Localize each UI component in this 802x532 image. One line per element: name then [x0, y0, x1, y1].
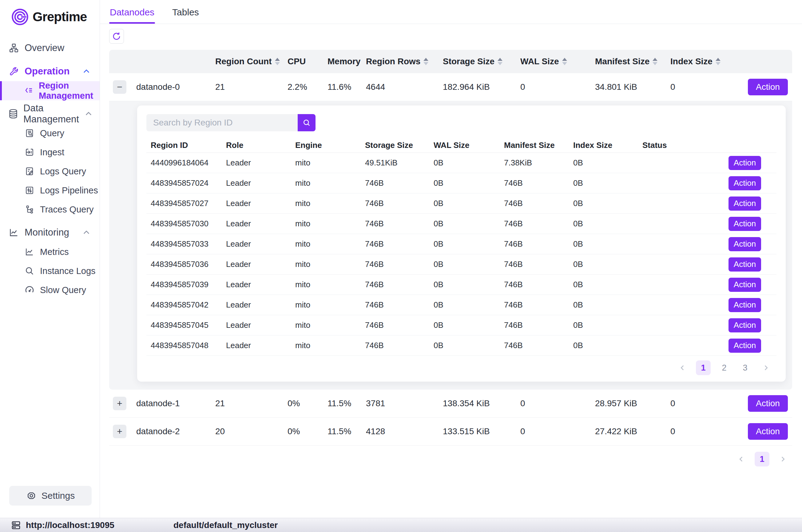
index-size-cell: 0B	[569, 199, 638, 208]
region-action-button[interactable]: Action	[728, 217, 761, 231]
sidebar-group-data-management[interactable]: Data Management	[0, 104, 100, 124]
col-region-count[interactable]: Region Count	[215, 57, 288, 66]
manifest-size-cell: 27.422 KiB	[595, 426, 670, 436]
memory-cell: 11.5%	[327, 399, 366, 408]
sidebar-item-overview[interactable]: Overview	[0, 38, 100, 58]
region-rows-cell: 3781	[366, 399, 443, 408]
manifest-size-cell: 746B	[500, 219, 569, 228]
app-window: Greptime Overview Operation Region Manag…	[0, 0, 802, 518]
sidebar-item-logs-pipelines[interactable]: Logs Pipelines	[0, 181, 100, 200]
region-rows-cell: 4128	[366, 426, 443, 436]
sort-icon[interactable]	[423, 58, 428, 65]
sort-icon[interactable]	[715, 58, 721, 65]
sidebar-item-ingest[interactable]: Ingest	[0, 143, 100, 162]
col-engine: Engine	[291, 140, 361, 150]
region-action-button[interactable]: Action	[728, 237, 761, 251]
gauge-icon	[24, 285, 35, 295]
role-cell: Leader	[222, 239, 291, 249]
region-action-button[interactable]: Action	[728, 339, 761, 353]
datanode-action-button[interactable]: Action	[748, 395, 788, 412]
sort-icon[interactable]	[275, 58, 280, 65]
wrench-icon	[8, 66, 20, 77]
datanodes-pagination: 1	[109, 452, 792, 467]
region-count-cell: 21	[215, 399, 288, 408]
col-index-size[interactable]: Index Size	[670, 57, 741, 66]
sidebar-item-label: Overview	[25, 42, 64, 54]
datanode-action-button[interactable]: Action	[748, 423, 788, 440]
region-action-button[interactable]: Action	[728, 176, 761, 190]
role-cell: Leader	[222, 260, 291, 269]
datanode-name: datanode-2	[131, 426, 215, 436]
wal-size-cell: 0B	[429, 320, 500, 330]
refresh-button[interactable]	[109, 29, 124, 44]
page-2[interactable]: 2	[717, 360, 731, 375]
cpu-cell: 0%	[288, 426, 327, 436]
server-url[interactable]: http://localhost:19095	[0, 520, 163, 530]
engine-cell: mito	[291, 239, 361, 249]
sidebar-item-region-management[interactable]: Region Management	[0, 81, 100, 100]
region-table-row: 4483945857039 Leader mito 746B 0B 746B 0…	[146, 274, 777, 295]
sort-icon[interactable]	[652, 58, 657, 65]
index-size-cell: 0B	[569, 300, 638, 310]
prev-page-icon[interactable]	[734, 452, 748, 467]
tab-tables[interactable]: Tables	[172, 7, 199, 24]
sort-icon[interactable]	[498, 58, 502, 65]
wal-size-cell: 0	[520, 82, 595, 92]
page-1[interactable]: 1	[696, 360, 711, 375]
expand-row-button[interactable]: +	[113, 397, 127, 410]
page-1[interactable]: 1	[755, 452, 769, 467]
prev-page-icon[interactable]	[675, 360, 690, 375]
col-region-rows[interactable]: Region Rows	[366, 57, 443, 66]
engine-cell: mito	[291, 260, 361, 269]
region-action-button[interactable]: Action	[728, 258, 761, 271]
index-size-cell: 0B	[569, 280, 638, 289]
sidebar-item-slow-query[interactable]: Slow Query	[0, 281, 100, 300]
datanode-action-button[interactable]: Action	[748, 79, 788, 95]
region-action-button[interactable]: Action	[728, 156, 761, 170]
sidebar-group-monitoring[interactable]: Monitoring	[0, 223, 100, 242]
col-storage-size[interactable]: Storage Size	[443, 57, 520, 66]
brand-name: Greptime	[33, 10, 87, 24]
next-page-icon[interactable]	[759, 360, 774, 375]
sidebar-group-operation[interactable]: Operation	[0, 61, 100, 81]
table-row-datanode-2: + datanode-2 20 0% 11.5% 4128 133.515 Ki…	[109, 418, 792, 445]
storage-size-cell: 133.515 KiB	[443, 426, 520, 436]
sidebar-item-logs-query[interactable]: Logs Query	[0, 162, 100, 181]
regions-table: Region ID Role Engine Storage Size WAL S…	[146, 138, 777, 356]
next-page-icon[interactable]	[776, 452, 790, 467]
search-input[interactable]	[146, 114, 298, 131]
gear-icon	[26, 491, 37, 501]
role-cell: Leader	[222, 300, 291, 310]
manifest-size-cell: 746B	[500, 280, 569, 289]
collapse-row-button[interactable]: −	[113, 80, 127, 94]
col-index-size: Index Size	[569, 140, 638, 150]
chevron-up-icon[interactable]	[84, 109, 93, 118]
tab-datanodes[interactable]: Datanodes	[110, 7, 154, 24]
chevron-up-icon[interactable]	[82, 67, 91, 76]
region-list-icon	[24, 86, 34, 96]
cluster-name[interactable]: default/default_mycluster	[173, 520, 278, 530]
engine-cell: mito	[291, 341, 361, 350]
chevron-up-icon[interactable]	[82, 228, 91, 237]
sidebar-item-traces-query[interactable]: Traces Query	[0, 200, 100, 219]
expand-row-button[interactable]: +	[113, 425, 127, 438]
chart-icon	[24, 247, 35, 257]
region-action-button[interactable]: Action	[728, 196, 761, 211]
region-table-row: 4483945857033 Leader mito 746B 0B 746B 0…	[146, 234, 777, 254]
region-action-button[interactable]: Action	[728, 318, 761, 332]
col-wal-size[interactable]: WAL Size	[520, 57, 595, 66]
col-manifest-size[interactable]: Manifest Size	[595, 57, 670, 66]
region-action-button[interactable]: Action	[728, 298, 761, 312]
search-button[interactable]	[298, 114, 316, 131]
storage-size-cell: 746B	[361, 178, 429, 188]
settings-button[interactable]: Settings	[9, 486, 92, 506]
sidebar-item-instance-logs[interactable]: Instance Logs	[0, 261, 100, 281]
page-3[interactable]: 3	[738, 360, 752, 375]
sort-icon[interactable]	[562, 58, 567, 65]
region-action-button[interactable]: Action	[728, 278, 761, 292]
storage-size-cell: 49.51KiB	[361, 158, 429, 168]
sidebar-item-query[interactable]: Query	[0, 124, 100, 143]
sidebar-item-metrics[interactable]: Metrics	[0, 242, 100, 261]
wal-size-cell: 0B	[429, 239, 500, 249]
col-region-id: Region ID	[146, 140, 222, 150]
